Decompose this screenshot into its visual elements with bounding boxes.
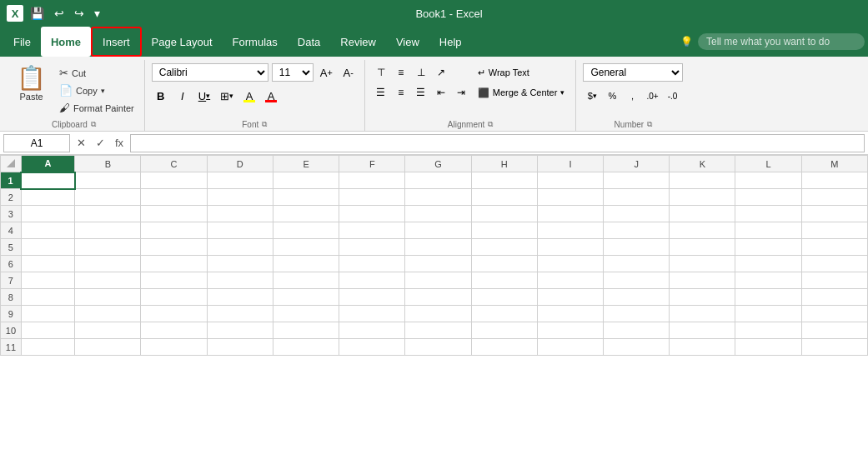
cell-C7[interactable] <box>141 272 207 289</box>
cell-B6[interactable] <box>75 256 141 272</box>
cell-E10[interactable] <box>273 322 339 339</box>
cell-B2[interactable] <box>75 189 141 206</box>
cell-I11[interactable] <box>537 339 603 356</box>
cell-F7[interactable] <box>339 272 405 289</box>
left-align-button[interactable]: ☰ <box>372 83 390 102</box>
cell-F11[interactable] <box>339 339 405 356</box>
cell-J8[interactable] <box>604 289 670 306</box>
cell-H6[interactable] <box>471 256 537 272</box>
cell-A4[interactable] <box>21 222 74 239</box>
underline-button[interactable]: U ▾ <box>195 87 213 105</box>
cell-F5[interactable] <box>339 239 405 256</box>
cell-K4[interactable] <box>670 222 735 239</box>
cell-I5[interactable] <box>537 239 603 256</box>
cell-A11[interactable] <box>21 339 74 356</box>
cell-L8[interactable] <box>735 289 801 306</box>
col-header-D[interactable]: D <box>207 156 273 172</box>
formula-input[interactable] <box>130 134 865 152</box>
cell-J10[interactable] <box>604 322 670 339</box>
cell-B10[interactable] <box>75 322 141 339</box>
menu-home[interactable]: Home <box>41 27 91 57</box>
cell-D6[interactable] <box>207 256 273 272</box>
cell-C10[interactable] <box>141 322 207 339</box>
italic-button[interactable]: I <box>173 87 192 105</box>
cell-E11[interactable] <box>273 339 339 356</box>
increase-decimal-button[interactable]: .0+ <box>643 87 661 105</box>
accounting-format-button[interactable]: $ ▾ <box>583 87 601 105</box>
cell-G1[interactable] <box>405 172 471 189</box>
cell-I2[interactable] <box>537 189 603 206</box>
cell-M5[interactable] <box>801 239 867 256</box>
col-header-L[interactable]: L <box>735 156 801 172</box>
cell-L3[interactable] <box>735 206 801 222</box>
cell-L1[interactable] <box>735 172 801 189</box>
cell-G3[interactable] <box>405 206 471 222</box>
cell-J4[interactable] <box>604 222 670 239</box>
cell-E4[interactable] <box>273 222 339 239</box>
cell-H2[interactable] <box>471 189 537 206</box>
cell-G6[interactable] <box>405 256 471 272</box>
cell-H4[interactable] <box>471 222 537 239</box>
cell-A5[interactable] <box>21 239 74 256</box>
cell-M4[interactable] <box>801 222 867 239</box>
cell-I1[interactable] <box>537 172 603 189</box>
cell-A1[interactable] <box>21 172 74 189</box>
fill-color-button[interactable]: A <box>240 87 258 105</box>
cell-J1[interactable] <box>604 172 670 189</box>
cell-D1[interactable] <box>207 172 273 189</box>
number-expand-icon[interactable]: ⧉ <box>647 120 652 129</box>
cell-J9[interactable] <box>604 306 670 322</box>
col-header-J[interactable]: J <box>604 156 670 172</box>
font-expand-icon[interactable]: ⧉ <box>262 120 267 129</box>
cell-D11[interactable] <box>207 339 273 356</box>
cell-F4[interactable] <box>339 222 405 239</box>
cell-A3[interactable] <box>21 206 74 222</box>
cell-C1[interactable] <box>141 172 207 189</box>
cell-F10[interactable] <box>339 322 405 339</box>
cell-B7[interactable] <box>75 272 141 289</box>
col-header-B[interactable]: B <box>75 156 141 172</box>
right-align-button[interactable]: ☰ <box>412 83 430 102</box>
cell-F9[interactable] <box>339 306 405 322</box>
col-header-H[interactable]: H <box>471 156 537 172</box>
cell-H11[interactable] <box>471 339 537 356</box>
cell-L9[interactable] <box>735 306 801 322</box>
cell-K7[interactable] <box>670 272 735 289</box>
cell-E2[interactable] <box>273 189 339 206</box>
cell-L2[interactable] <box>735 189 801 206</box>
formula-fx-button[interactable]: fx <box>112 137 127 149</box>
cell-A7[interactable] <box>21 272 74 289</box>
cell-E1[interactable] <box>273 172 339 189</box>
paste-button[interactable]: 📋 Paste <box>10 63 53 105</box>
cell-C8[interactable] <box>141 289 207 306</box>
cell-E7[interactable] <box>273 272 339 289</box>
cell-E3[interactable] <box>273 206 339 222</box>
number-format-select[interactable]: General Number Currency Accounting Short… <box>583 63 683 82</box>
cell-B1[interactable] <box>75 172 141 189</box>
col-header-C[interactable]: C <box>141 156 207 172</box>
menu-view[interactable]: View <box>386 27 429 57</box>
cell-G4[interactable] <box>405 222 471 239</box>
cell-K5[interactable] <box>670 239 735 256</box>
formula-confirm-button[interactable]: ✓ <box>93 137 108 149</box>
cell-G5[interactable] <box>405 239 471 256</box>
comma-button[interactable]: , <box>623 87 641 105</box>
cell-D3[interactable] <box>207 206 273 222</box>
menu-help[interactable]: Help <box>429 27 472 57</box>
cell-H5[interactable] <box>471 239 537 256</box>
wrap-text-button[interactable]: ↵ Wrap Text <box>474 63 569 82</box>
font-shrink-button[interactable]: A- <box>339 63 358 82</box>
format-painter-button[interactable]: 🖌 Format Painter <box>56 100 138 116</box>
cell-M7[interactable] <box>801 272 867 289</box>
cell-A2[interactable] <box>21 189 74 206</box>
cell-K10[interactable] <box>670 322 735 339</box>
cell-F6[interactable] <box>339 256 405 272</box>
cell-L5[interactable] <box>735 239 801 256</box>
top-align-button[interactable]: ⊤ <box>372 63 390 82</box>
cell-J6[interactable] <box>604 256 670 272</box>
cell-D9[interactable] <box>207 306 273 322</box>
copy-dropdown[interactable]: ▾ <box>101 87 105 95</box>
cell-C4[interactable] <box>141 222 207 239</box>
cell-M2[interactable] <box>801 189 867 206</box>
formula-cancel-button[interactable]: ✕ <box>73 137 89 149</box>
